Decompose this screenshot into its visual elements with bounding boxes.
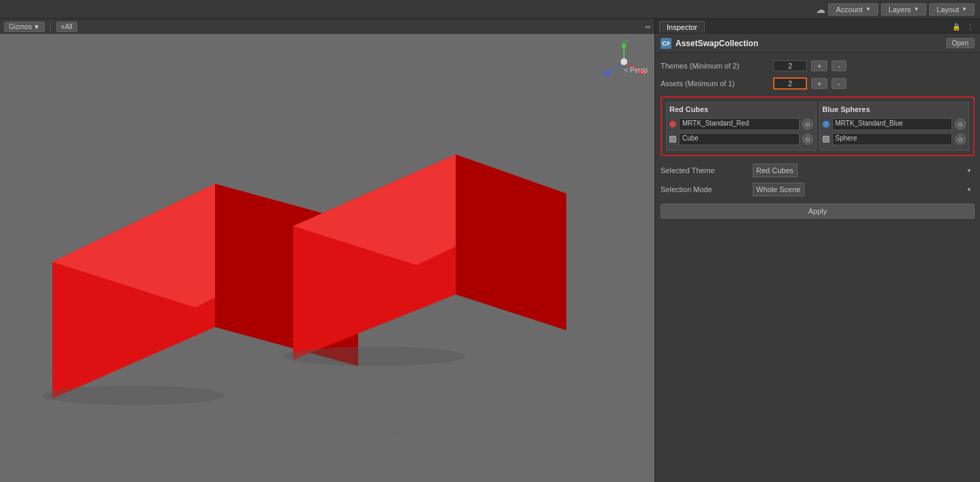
selection-mode-select[interactable]: Whole Scene [753,183,804,196]
inspector-content: Themes (Minimum of 2) 2 + - Assets (Mini… [655,53,980,482]
layout-chevron-icon: ▼ [962,6,967,12]
assets-row: Assets (Minimum of 1) 2 + - [661,76,975,91]
gizmos-label: Gizmos [9,23,32,31]
theme-blue-spheres: Blue Spheres MRTK_Standard_Blue ◎ Sphere… [819,102,970,151]
selection-mode-wrapper: Whole Scene [753,183,975,196]
assets-label: Assets (Minimum of 1) [661,79,769,88]
selected-theme-label: Selected Theme [661,166,749,174]
theme1-title: Red Cubes [669,105,813,113]
layout-button[interactable]: Layout ▼ [929,3,975,16]
layers-label: Layers [888,5,911,14]
gizmos-button[interactable]: Gizmos ▼ [4,22,45,32]
assets-plus-button[interactable]: + [811,78,827,89]
themes-value: 2 [773,60,807,71]
cloud-icon: ☁ [816,4,825,15]
persp-label: < Persp [624,67,648,74]
all-label: ≡All [61,23,73,31]
viewport-toolbar: Gizmos ▼ ≡All ⇔ [0,19,654,34]
scene-svg [0,34,654,482]
theme2-material-row: MRTK_Standard_Blue ◎ [823,117,966,131]
theme1-material-field[interactable]: MRTK_Standard_Red [679,118,800,130]
svg-point-41 [621,58,627,65]
theme1-material-row: MRTK_Standard_Red ◎ [669,117,813,131]
selection-mode-row: Selection Mode Whole Scene [661,182,975,197]
mesh-dot-1 [669,136,676,143]
expand-icon: ⇔ [645,23,650,31]
red-material-dot [669,121,676,128]
svg-text:Y: Y [625,38,629,45]
themes-label: Themes (Minimum of 2) [661,62,769,70]
gizmo-container: Y X Z [600,38,648,86]
inspector-tabs: Inspector 🔒 ⋮ [655,19,980,34]
theme2-material-field[interactable]: MRTK_Standard_Blue [832,118,953,130]
themes-plus-button[interactable]: + [811,60,827,71]
selected-theme-wrapper: Red Cubes [753,164,975,177]
viewport: Gizmos ▼ ≡All ⇔ [0,19,654,482]
theme1-mesh-pick-button[interactable]: ◎ [802,134,813,145]
theme1-mesh-field[interactable]: Cube [679,133,800,145]
theme2-mesh-pick-button[interactable]: ◎ [955,134,966,145]
lock-icon[interactable]: 🔒 [950,22,962,31]
component-header: C# AssetSwapCollection Open [655,34,980,53]
selected-theme-select[interactable]: Red Cubes [753,164,798,177]
theme2-mesh-row: Sphere ◎ [823,132,966,146]
themes-minus-button[interactable]: - [831,60,846,71]
top-bar: ☁ Account ▼ Layers ▼ Layout ▼ [0,0,980,19]
open-label: Open [952,39,968,47]
theme1-mesh-row: Cube ◎ [669,132,813,146]
apply-button[interactable]: Apply [661,204,975,219]
theme2-mesh-field[interactable]: Sphere [832,133,953,145]
account-chevron-icon: ▼ [865,6,871,12]
inspector-tab-icons: 🔒 ⋮ [950,22,976,31]
tab-inspector[interactable]: Inspector [659,21,705,33]
selected-theme-row: Selected Theme Red Cubes [661,163,975,178]
toolbar-separator [50,22,51,31]
theme2-material-pick-button[interactable]: ◎ [955,119,966,130]
account-button[interactable]: Account ▼ [828,3,878,16]
theme1-material-pick-button[interactable]: ◎ [802,119,813,130]
selection-mode-label: Selection Mode [661,185,749,193]
scene-canvas [0,34,654,482]
svg-text:Z: Z [602,70,606,77]
open-button[interactable]: Open [946,38,975,48]
theme2-title: Blue Spheres [823,105,966,113]
assets-minus-button[interactable]: - [831,78,846,89]
component-icon: C# [661,38,671,49]
svg-point-30 [43,386,225,405]
layers-button[interactable]: Layers ▼ [881,3,926,16]
account-label: Account [836,5,863,14]
mesh-dot-2 [823,136,829,143]
gizmos-chevron-icon: ▼ [33,23,40,31]
themes-row: Themes (Minimum of 2) 2 + - [661,58,975,73]
more-options-icon[interactable]: ⋮ [965,22,976,31]
svg-point-31 [283,346,466,366]
theme-red-cubes: Red Cubes MRTK_Standard_Red ◎ Cube ◎ [666,102,817,151]
all-button[interactable]: ≡All [56,22,77,32]
inspector-panel: Inspector 🔒 ⋮ C# AssetSwapCollection Ope… [654,19,980,482]
component-title: AssetSwapCollection [675,39,758,48]
themes-grid: Red Cubes MRTK_Standard_Red ◎ Cube ◎ Blu… [661,96,975,156]
layers-chevron-icon: ▼ [914,6,919,12]
assets-value: 2 [773,77,807,90]
main-area: Gizmos ▼ ≡All ⇔ [0,19,980,482]
layout-label: Layout [937,5,959,14]
blue-material-dot [823,121,829,128]
